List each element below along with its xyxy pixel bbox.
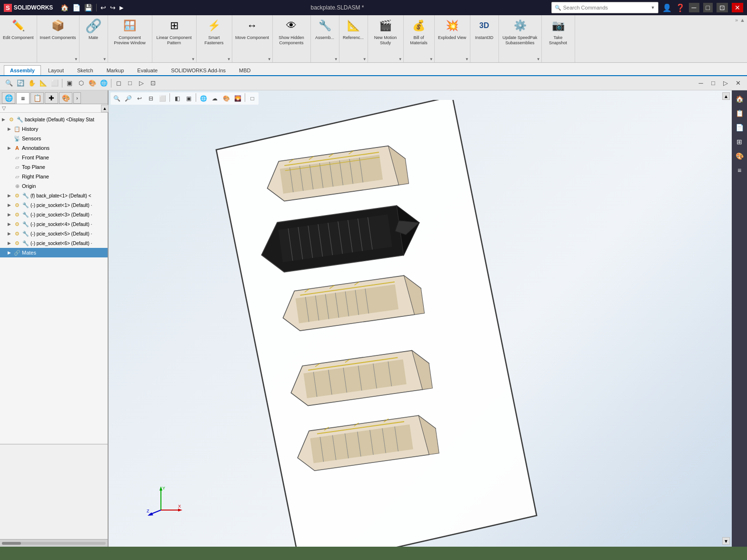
panel-tab-tree[interactable]: ≡ xyxy=(16,92,30,104)
sub-toolbar-min-btn[interactable]: ─ xyxy=(696,78,706,88)
bom-arrow[interactable]: ▼ xyxy=(429,57,433,61)
toolbar-edit-component[interactable]: ✏️ Edit Component xyxy=(0,15,37,62)
ft-history-arrow[interactable]: ▶ xyxy=(8,127,12,131)
toolbar-move-component[interactable]: ↔️ Move Component ▼ xyxy=(232,15,273,62)
sub-toolbar-view-btn[interactable]: 🔍 xyxy=(4,78,14,88)
ft-pcie5-arrow[interactable]: ▶ xyxy=(8,231,12,236)
vt-section-btn[interactable]: ⊟ xyxy=(146,93,156,104)
toolbar-update-speedpak[interactable]: ⚙️ Update SpeedPakSubassemblies ▼ xyxy=(499,15,542,62)
ft-root-arrow[interactable]: ▶ xyxy=(2,117,7,122)
rp-home-btn[interactable]: 🏠 xyxy=(733,92,746,106)
sub-toolbar-rotate-btn[interactable]: 🔄 xyxy=(15,78,26,88)
ft-annotations-arrow[interactable]: ▶ xyxy=(8,146,12,150)
help-icon[interactable]: ❓ xyxy=(676,3,685,12)
toolbar-show-hidden[interactable]: 👁 Show HiddenComponents xyxy=(273,15,311,62)
sub-toolbar-max-btn[interactable]: ▷ xyxy=(720,78,731,88)
vt-back-btn[interactable]: ↩ xyxy=(134,93,145,104)
toolbar-exploded-view[interactable]: 💥 Exploded View ▼ xyxy=(435,15,470,62)
minimize-btn[interactable]: ─ xyxy=(689,3,699,12)
rp-list-btn[interactable]: ≡ xyxy=(733,164,746,177)
panel-tab-color[interactable]: 🎨 xyxy=(59,92,72,104)
vt-zoom-btn[interactable]: 🔍 xyxy=(111,93,122,104)
speedpak-arrow[interactable]: ▼ xyxy=(537,57,540,61)
ft-front-plane[interactable]: ▶ ▱ Front Plane xyxy=(0,153,108,162)
toolbar-instant3d[interactable]: 3D Instant3D xyxy=(470,15,499,62)
linear-pattern-arrow[interactable]: ▼ xyxy=(191,57,195,61)
panel-scrollbar[interactable] xyxy=(0,539,108,547)
rp-file-btn[interactable]: 📄 xyxy=(733,121,746,134)
rp-color-btn[interactable]: 🎨 xyxy=(733,149,746,163)
search-input[interactable] xyxy=(563,5,649,10)
tab-mbd[interactable]: MBD xyxy=(233,65,257,75)
tab-markup[interactable]: Markup xyxy=(100,65,130,75)
toolbar-bill-of-materials[interactable]: 💰 Bill ofMaterials ▼ xyxy=(404,15,435,62)
ft-sensors[interactable]: ▶ 📡 Sensors xyxy=(0,134,108,143)
home-btn[interactable]: 🏠 xyxy=(60,4,69,11)
search-dropdown-icon[interactable]: ▼ xyxy=(651,5,655,10)
new-btn[interactable]: 📄 xyxy=(72,4,80,11)
sub-toolbar-view2-btn[interactable]: ⬡ xyxy=(76,78,86,88)
sub-toolbar-restore-btn[interactable]: □ xyxy=(708,78,718,88)
ft-top-plane[interactable]: ▶ ▱ Top Plane xyxy=(0,162,108,172)
sub-toolbar-close-btn[interactable]: ✕ xyxy=(733,78,743,88)
ft-mates[interactable]: ▶ 🔗 Mates xyxy=(0,248,108,257)
rp-grid-btn[interactable]: ⊞ xyxy=(733,135,746,148)
toolbar-assembly[interactable]: 🔧 Assemb... ▼ xyxy=(311,15,339,62)
tab-layout[interactable]: Layout xyxy=(42,65,70,75)
ft-pcie4-arrow[interactable]: ▶ xyxy=(8,222,12,226)
rp-parts-btn[interactable]: 📋 xyxy=(733,107,746,120)
sub-toolbar-view3-btn[interactable]: ◻ xyxy=(113,78,124,88)
ft-back-plate-arrow[interactable]: ▶ xyxy=(8,193,12,198)
ft-pcie1-arrow[interactable]: ▶ xyxy=(8,203,12,207)
toolbar-take-snapshot[interactable]: 📷 TakeSnapshot xyxy=(542,15,575,62)
smart-fasteners-arrow[interactable]: ▼ xyxy=(227,57,231,61)
tab-sketch[interactable]: Sketch xyxy=(71,65,100,75)
vt-zoom2-btn[interactable]: 🔎 xyxy=(123,93,133,104)
scrollbar-thumb[interactable] xyxy=(2,542,21,545)
ft-pcie-socket-4[interactable]: ▶ ⚙ 🔧 (-) pcie_socket<4> (Default) · xyxy=(0,219,108,229)
assembly-arrow[interactable]: ▼ xyxy=(334,57,338,61)
ft-origin[interactable]: ▶ ⊕ Origin xyxy=(0,181,108,191)
ft-pcie-socket-3[interactable]: ▶ ⚙ 🔧 (-) pcie_socket<3> (Default) · xyxy=(0,210,108,219)
sub-toolbar-view5-btn[interactable]: ▷ xyxy=(136,78,147,88)
tab-solidworks-addins[interactable]: SOLIDWORKS Add-Ins xyxy=(165,65,232,75)
panel-tab-more[interactable]: › xyxy=(73,92,81,104)
left-panel-scroll-up[interactable]: ▲ xyxy=(101,105,109,112)
mate-arrow[interactable]: ▼ xyxy=(103,57,107,61)
toolbar-new-motion-study[interactable]: 🎬 New MotionStudy ▼ xyxy=(368,15,404,62)
panel-tab-globe[interactable]: 🌐 xyxy=(2,92,15,104)
sub-toolbar-fullscreen-btn[interactable]: ⊡ xyxy=(148,78,158,88)
toolbar-reference[interactable]: 📐 Referenc... ▼ xyxy=(339,15,368,62)
tab-evaluate[interactable]: Evaluate xyxy=(131,65,164,75)
ft-pcie6-arrow[interactable]: ▶ xyxy=(8,241,12,246)
exploded-view-arrow[interactable]: ▼ xyxy=(465,57,469,61)
insert-components-arrow[interactable]: ▼ xyxy=(74,57,78,61)
ft-pcie-socket-1[interactable]: ▶ ⚙ 🔧 (-) pcie_socket<1> (Default) · xyxy=(0,200,108,210)
toolbar-expand-icon[interactable]: » xyxy=(735,17,738,23)
panel-tab-props[interactable]: 📋 xyxy=(30,92,44,104)
move-component-arrow[interactable]: ▼ xyxy=(268,57,271,61)
ft-pcie-socket-6[interactable]: ▶ ⚙ 🔧 (-) pcie_socket<6> (Default) · xyxy=(0,238,108,248)
tab-assembly[interactable]: Assembly xyxy=(4,65,41,75)
ft-back-plate[interactable]: ▶ ⚙ 🔧 (f) back_plate<1> (Default) < xyxy=(0,191,108,200)
toolbar-collapse-icon[interactable]: ▲ xyxy=(740,17,745,23)
viewport-scroll-down[interactable]: ▼ xyxy=(722,537,730,545)
sub-toolbar-view4-btn[interactable]: □ xyxy=(125,78,135,88)
search-bar[interactable]: 🔍 ▼ xyxy=(551,2,658,13)
sub-toolbar-select-btn[interactable]: ⬜ xyxy=(50,78,60,88)
ft-pcie-socket-5[interactable]: ▶ ⚙ 🔧 (-) pcie_socket<5> (Default) · xyxy=(0,229,108,238)
ft-pcie3-arrow[interactable]: ▶ xyxy=(8,212,12,217)
sub-toolbar-view1-btn[interactable]: ▣ xyxy=(64,78,75,88)
toolbar-component-preview[interactable]: 🪟 Component Preview Window xyxy=(108,15,152,62)
ft-root[interactable]: ▶ ⚙ 🔧 backplate (Default) <Display Stat xyxy=(0,115,108,124)
ft-mates-arrow[interactable]: ▶ xyxy=(8,250,12,255)
toolbar-smart-fasteners[interactable]: ⚡ SmartFasteners ▼ xyxy=(197,15,232,62)
toolbar-insert-components[interactable]: 📦 Insert Components ▼ xyxy=(37,15,80,62)
sub-toolbar-section-btn[interactable]: 📐 xyxy=(38,78,49,88)
ft-history[interactable]: ▶ 📋 History xyxy=(0,124,108,134)
user-icon[interactable]: 👤 xyxy=(662,3,672,12)
sub-toolbar-color-btn[interactable]: 🎨 xyxy=(87,78,98,88)
save-btn[interactable]: 💾 xyxy=(84,4,92,11)
reference-arrow[interactable]: ▼ xyxy=(363,57,367,61)
toolbar-linear-pattern[interactable]: ⊞ Linear Component Pattern ▼ xyxy=(152,15,197,62)
